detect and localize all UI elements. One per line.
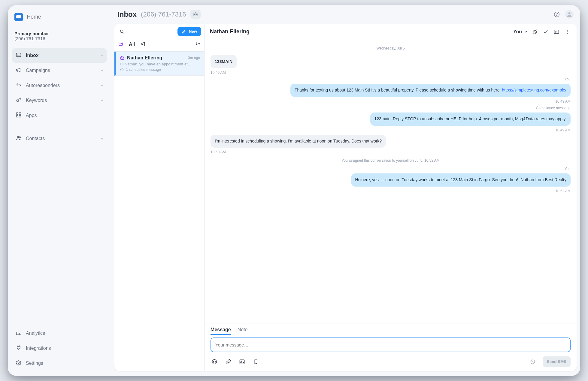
svg-point-9 xyxy=(17,136,19,138)
svg-point-11 xyxy=(18,362,20,364)
svg-rect-5 xyxy=(17,112,18,114)
filterbar: All xyxy=(114,39,204,52)
status-dot xyxy=(101,100,103,101)
message-outgoing: Thanks for texting us about 123 Main St!… xyxy=(290,84,571,97)
primary-number: Primary number (206) 761-7316 xyxy=(14,31,104,41)
send-button[interactable]: Send SMS xyxy=(543,356,571,367)
assignee-dropdown[interactable]: You xyxy=(513,29,528,34)
svg-point-16 xyxy=(556,16,557,16)
primary-number-title: Primary number xyxy=(14,31,104,36)
sidebar-item-settings[interactable]: Settings xyxy=(12,356,107,370)
conversation-body[interactable]: Wednesday, Jul 5 123MAIN 10:49 AM You Th… xyxy=(205,40,577,323)
open-inbox-icon[interactable] xyxy=(118,41,123,48)
schedule-icon[interactable] xyxy=(529,358,537,366)
contact-name: Nathan Ellering xyxy=(210,28,250,35)
tab-message[interactable]: Message xyxy=(211,327,231,335)
message-time: 10:50 AM xyxy=(211,150,226,154)
message-label: Compliance message xyxy=(536,106,571,110)
help-icon[interactable] xyxy=(553,10,561,19)
sidebar-item-keywords[interactable]: Keywords xyxy=(12,93,107,108)
sidebar-item-analytics[interactable]: Analytics xyxy=(12,326,107,340)
robot-chip-icon[interactable] xyxy=(190,10,201,19)
snooze-icon[interactable] xyxy=(531,28,539,36)
svg-point-26 xyxy=(212,359,217,364)
divider xyxy=(13,127,105,127)
message-text: Thanks for texting us about 123 Main St!… xyxy=(295,88,502,92)
svg-point-23 xyxy=(567,30,568,31)
message-time: 10:52 AM xyxy=(555,189,571,193)
search-input[interactable] xyxy=(117,27,175,36)
megaphone-icon xyxy=(16,67,22,74)
tab-note[interactable]: Note xyxy=(238,327,248,335)
app-shell: Home Primary number (206) 761-7316 Inbox… xyxy=(8,5,580,376)
thread-name: Nathan Ellering xyxy=(127,55,162,61)
composer-toolbar: Send SMS xyxy=(211,356,571,367)
message-text: I'm interested in scheduling a showing. … xyxy=(215,139,382,143)
analytics-icon xyxy=(16,330,22,337)
composer-tabs: Message Note xyxy=(211,327,571,335)
key-icon xyxy=(16,97,22,104)
brand[interactable]: Home xyxy=(14,13,104,21)
contacts-icon xyxy=(16,135,22,142)
content: New All xyxy=(114,24,577,371)
sidebar-item-inbox[interactable]: Inbox xyxy=(12,48,107,63)
sidebar-item-label: Integrations xyxy=(26,346,51,351)
home-link[interactable]: Home xyxy=(27,14,41,20)
svg-point-17 xyxy=(568,12,570,14)
message-time: 10:49 AM xyxy=(555,128,571,132)
sidebar-item-label: Analytics xyxy=(26,331,45,336)
sidebar-item-label: Apps xyxy=(26,113,37,118)
sidebar-item-integrations[interactable]: Integrations xyxy=(12,341,107,356)
status-dot xyxy=(101,138,103,140)
resolve-icon[interactable] xyxy=(542,28,550,36)
inbox-icon xyxy=(16,52,22,59)
emoji-icon[interactable] xyxy=(211,358,218,366)
filter-all[interactable]: All xyxy=(129,42,135,47)
thread-scheduled-label: 1 scheduled message xyxy=(126,68,161,72)
message-label: You xyxy=(565,77,571,81)
sort-icon[interactable] xyxy=(195,41,201,48)
svg-rect-8 xyxy=(19,116,21,117)
image-icon[interactable] xyxy=(238,358,246,366)
clock-icon xyxy=(120,68,124,72)
date-separator: Wednesday, Jul 5 xyxy=(211,46,571,50)
gear-icon xyxy=(16,360,22,367)
sidebar-item-autoresponders[interactable]: Autoresponders xyxy=(12,78,107,93)
contact-card-icon[interactable] xyxy=(553,28,560,36)
conversation: Nathan Ellering You xyxy=(205,24,577,371)
chevron-down-icon xyxy=(524,30,528,34)
thread-time: 3m ago xyxy=(188,56,200,60)
message-time: 10:49 AM xyxy=(211,70,226,75)
user-avatar[interactable] xyxy=(565,10,574,19)
svg-point-18 xyxy=(120,30,123,33)
inbox-top: New xyxy=(114,24,204,39)
date-separator-label: Wednesday, Jul 5 xyxy=(376,46,405,50)
svg-point-30 xyxy=(241,361,242,362)
status-dot xyxy=(101,55,103,56)
message-text: Hi there, yes — noon on Tuesday works to… xyxy=(355,177,566,182)
link-icon[interactable] xyxy=(224,358,232,366)
compose-icon xyxy=(182,29,186,34)
topbar: Inbox (206) 761-7316 xyxy=(111,5,580,22)
inbox-column: New All xyxy=(114,24,205,371)
megaphone-small-icon[interactable] xyxy=(141,41,146,48)
svg-rect-29 xyxy=(240,360,244,364)
search-icon xyxy=(119,29,125,34)
sidebar-item-contacts[interactable]: Contacts xyxy=(12,131,107,146)
thread-item[interactable]: Nathan Ellering 3m ago Hi Nathan, you ha… xyxy=(114,52,204,76)
message-link[interactable]: https://simpletexting.com/example/ xyxy=(502,88,566,92)
sidebar-item-apps[interactable]: Apps xyxy=(12,108,107,123)
sidebar-item-label: Inbox xyxy=(26,53,39,58)
sidebar-item-label: Settings xyxy=(26,361,43,366)
message-incoming: 123MAIN xyxy=(211,55,237,68)
sidebar-item-campaigns[interactable]: Campaigns xyxy=(12,63,107,78)
svg-rect-1 xyxy=(16,15,21,18)
sidebar-item-label: Keywords xyxy=(26,98,47,103)
more-icon[interactable] xyxy=(563,28,571,36)
message-input[interactable] xyxy=(211,338,571,352)
svg-point-10 xyxy=(19,136,20,138)
primary-number-value: (206) 761-7316 xyxy=(14,36,104,41)
bookmark-icon[interactable] xyxy=(252,358,260,366)
new-button[interactable]: New xyxy=(177,27,201,36)
primary-nav: Inbox Campaigns Autoresponders xyxy=(12,48,107,146)
